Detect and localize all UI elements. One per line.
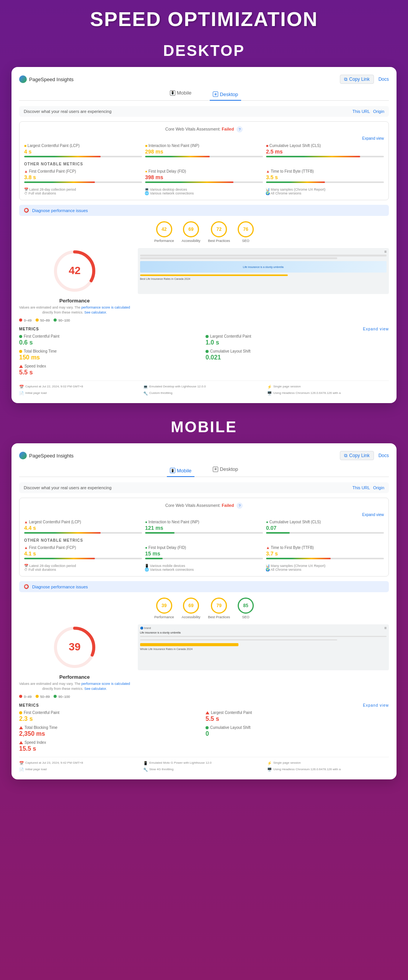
expand-view-mobile[interactable]: Expand view xyxy=(24,513,384,517)
copy-link-button-desktop[interactable]: ⧉ Copy Link xyxy=(340,75,374,84)
docs-link-desktop[interactable]: Docs xyxy=(379,77,389,82)
score-bestpractices-mobile: 79 Best Practices xyxy=(208,598,230,619)
mock-text-mobile: Life insurance is a sturdy umbrella xyxy=(140,631,387,646)
si-dot-desktop xyxy=(19,365,23,368)
fid-bar-mobile xyxy=(145,558,263,559)
score-circles-desktop: 42 Performance 69 Accessibility 72 Best … xyxy=(19,221,389,243)
footer-3-mobile: ⚡ Single page session xyxy=(267,761,389,765)
legend-desktop: 0–49 50–89 90–100 xyxy=(19,318,389,322)
metric-lcp-label-mobile: Largest Contentful Paint xyxy=(206,710,389,715)
performance-ring-mobile: 39 xyxy=(156,598,172,614)
metrics-title-desktop: METRICS Expand view xyxy=(19,327,389,331)
metric-tbt-label-mobile: Total Blocking Time xyxy=(19,725,202,730)
fcp-value-desktop: 3.8 s xyxy=(24,174,142,180)
performance-label-desktop: Performance xyxy=(154,239,174,243)
calendar-icon-mobile: 📅 xyxy=(19,761,24,765)
data-note-2-mobile: 📱 Various mobile devices🌐 Various networ… xyxy=(145,564,263,572)
ttfb-value-desktop: 3.5 s xyxy=(266,174,384,180)
perf-label-mobile: Performance xyxy=(19,674,130,680)
copy-icon-mobile: ⧉ xyxy=(344,453,348,458)
origin-link[interactable]: Origin xyxy=(373,109,384,114)
footer-5-desktop: 🔧 Custom throttling xyxy=(143,391,265,395)
lcp-vital-mobile: ▲ Largest Contentful Paint (LCP) 4.4 s xyxy=(24,520,142,534)
mobile-card: PageSpeed Insights ⧉ Copy Link Docs 📱 Mo… xyxy=(11,443,397,779)
expand-metrics-desktop[interactable]: Expand view xyxy=(363,327,389,331)
discover-bar-desktop: Discover what your real users are experi… xyxy=(19,106,389,117)
lcp-label-desktop: ■ Largest Contentful Paint (LCP) xyxy=(24,144,142,148)
seo-ring-mobile: 85 xyxy=(238,598,254,614)
cls-label-desktop: ■ Cumulative Layout Shift (CLS) xyxy=(266,144,384,148)
perf-main-mobile: 39 Performance Values are estimated and … xyxy=(19,624,389,691)
tab-mobile-desktop[interactable]: 📱 Mobile xyxy=(167,88,194,97)
ttfb-bar-mobile xyxy=(266,558,384,559)
metric-fcp-val-desktop: 0.6 s xyxy=(19,339,202,346)
discover-text-mobile: Discover what your real users are experi… xyxy=(24,485,111,490)
psi-header-actions-mobile: ⧉ Copy Link Docs xyxy=(340,451,389,460)
fcp-bar-mobile xyxy=(24,558,142,559)
cwv-status-desktop: Failed xyxy=(222,127,234,131)
footer-3-desktop: ⚡ Single page session xyxy=(267,385,389,389)
metric-si-mobile: Speed Index 15.5 s xyxy=(19,740,202,752)
metric-tbt-mobile: Total Blocking Time 2,350 ms xyxy=(19,725,202,737)
ttfb-vital-mobile: ▲ Time to First Byte (TTFB) 3.7 s xyxy=(266,546,384,560)
this-url-link[interactable]: This URL xyxy=(353,109,370,114)
copy-link-button-mobile[interactable]: ⧉ Copy Link xyxy=(340,451,374,460)
bestpractices-ring-desktop: 72 xyxy=(211,221,227,237)
data-notes-mobile: 📅 Latest 28-day collection period⏱ Full … xyxy=(24,564,384,572)
data-note-2: 💻 Various desktop devices🌐 Various netwo… xyxy=(145,188,263,195)
metric-si-desktop: Speed Index 5.5 s xyxy=(19,364,202,376)
metrics-title-mobile: METRICS Expand view xyxy=(19,703,389,707)
mock-menu: ☰ xyxy=(384,627,387,630)
fid-value-desktop: 398 ms xyxy=(145,174,263,180)
metric-lcp-label-desktop: Largest Contentful Paint xyxy=(206,334,389,338)
url-controls-mobile: This URL Origin xyxy=(353,485,384,490)
footer-1-mobile: 📅 Captured at Jul 23, 2024, 9:42 PM GMT+… xyxy=(19,761,141,765)
diagnose-bar-mobile: ⭕ Diagnose performance issues xyxy=(19,581,389,592)
footer-2-desktop: 💻 Emulated Desktop with Lighthouse 12.0.… xyxy=(143,385,265,389)
docs-link-mobile[interactable]: Docs xyxy=(379,453,389,458)
cwv-header-desktop: Core Web Vitals Assessment: Failed ? xyxy=(24,126,384,132)
fcp-label-desktop: ▲ First Contentful Paint (FCP) xyxy=(24,169,142,173)
metrics-section-mobile: METRICS Expand view First Contentful Pai… xyxy=(19,703,389,752)
fid-value-mobile: 15 ms xyxy=(145,550,263,557)
metric-si-label-mobile: Speed Index xyxy=(19,740,202,745)
metric-fcp-label-desktop: First Contentful Paint xyxy=(19,334,202,338)
tab-desktop-mobile[interactable]: 🖥 Desktop xyxy=(210,465,241,474)
legend-mobile: 0–49 50–89 90–100 xyxy=(19,695,389,699)
lcp-bar-desktop xyxy=(24,156,142,157)
performance-label-mobile: Performance xyxy=(154,615,174,619)
score-accessibility-mobile: 69 Accessibility xyxy=(181,598,200,619)
seo-label-mobile: SEO xyxy=(238,615,254,619)
screenshot-label-desktop: Best Life Insurance Rates in Canada 2024 xyxy=(140,278,387,280)
inp-bar-mobile xyxy=(145,532,263,534)
data-note-1-mobile: 📅 Latest 28-day collection period⏱ Full … xyxy=(24,564,142,572)
expand-metrics-mobile[interactable]: Expand view xyxy=(363,703,389,707)
legend-poor: 0–49 xyxy=(19,318,32,322)
metric-fcp-val-mobile: 2.3 s xyxy=(19,715,202,722)
tab-desktop-desktop[interactable]: 🖥 Desktop xyxy=(210,88,241,101)
tab-mobile-mobile[interactable]: 📱 Mobile xyxy=(167,465,194,477)
desktop-card: PageSpeed Insights ⧉ Copy Link Docs 📱 Mo… xyxy=(11,67,397,403)
metrics-section-desktop: METRICS Expand view First Contentful Pai… xyxy=(19,327,389,376)
this-url-link-mobile[interactable]: This URL xyxy=(353,485,370,490)
psi-logo-mobile: PageSpeed Insights xyxy=(19,452,73,459)
screenshot-label-mobile: Whole Life Insurance Rates in Canada 202… xyxy=(140,648,387,650)
score-performance-mobile: 39 Performance xyxy=(154,598,174,619)
origin-link-mobile[interactable]: Origin xyxy=(373,485,384,490)
cwv-status-mobile: Failed xyxy=(222,503,234,508)
score-bestpractices-desktop: 72 Best Practices xyxy=(208,221,230,243)
metric-cls-val-desktop: 0.021 xyxy=(206,354,389,361)
discover-text: Discover what your real users are experi… xyxy=(24,109,111,114)
page-icon-desktop: 📄 xyxy=(19,391,24,395)
svg-text:39: 39 xyxy=(69,641,80,653)
page-icon-mobile: 📄 xyxy=(19,768,24,772)
desktop-icon-mobile: 🖥 xyxy=(213,467,218,472)
cwv-section-mobile: Core Web Vitals Assessment: Failed ? Exp… xyxy=(19,498,389,577)
bestpractices-label-desktop: Best Practices xyxy=(208,239,230,243)
legend-good: 90–100 xyxy=(54,318,70,322)
cls-bar-mobile xyxy=(266,532,384,534)
expand-view-desktop[interactable]: Expand view xyxy=(24,136,384,140)
ttfb-value-mobile: 3.7 s xyxy=(266,550,384,557)
inp-bar-desktop xyxy=(145,156,263,157)
psi-logo-text-mobile: PageSpeed Insights xyxy=(29,453,73,459)
